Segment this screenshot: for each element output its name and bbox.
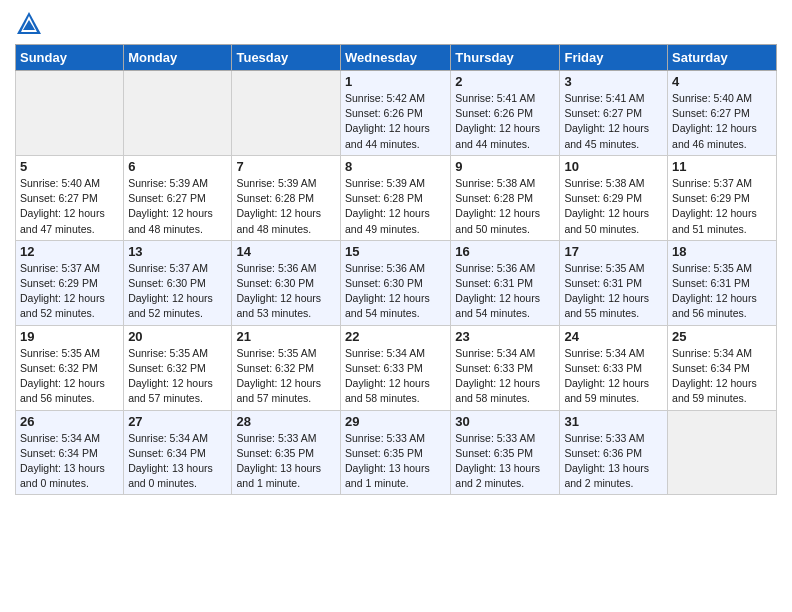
day-number: 25 [672,329,772,344]
sunrise-label: Sunrise: 5:41 AM [564,92,644,104]
day-info: Sunrise: 5:38 AMSunset: 6:28 PMDaylight:… [455,176,555,237]
sunrise-label: Sunrise: 5:35 AM [672,262,752,274]
day-number: 14 [236,244,336,259]
day-cell: 17Sunrise: 5:35 AMSunset: 6:31 PMDayligh… [560,240,668,325]
sunset-label: Sunset: 6:31 PM [455,277,533,289]
sunrise-label: Sunrise: 5:34 AM [345,347,425,359]
daylight-label: Daylight: 12 hours and 56 minutes. [672,292,757,319]
day-cell: 28Sunrise: 5:33 AMSunset: 6:35 PMDayligh… [232,410,341,495]
daylight-label: Daylight: 12 hours and 56 minutes. [20,377,105,404]
week-row-4: 19Sunrise: 5:35 AMSunset: 6:32 PMDayligh… [16,325,777,410]
day-number: 29 [345,414,446,429]
day-number: 16 [455,244,555,259]
day-number: 13 [128,244,227,259]
day-info: Sunrise: 5:37 AMSunset: 6:30 PMDaylight:… [128,261,227,322]
weekday-saturday: Saturday [668,45,777,71]
day-cell: 22Sunrise: 5:34 AMSunset: 6:33 PMDayligh… [341,325,451,410]
weekday-thursday: Thursday [451,45,560,71]
day-info: Sunrise: 5:41 AMSunset: 6:26 PMDaylight:… [455,91,555,152]
calendar-table: SundayMondayTuesdayWednesdayThursdayFrid… [15,44,777,495]
weekday-friday: Friday [560,45,668,71]
sunrise-label: Sunrise: 5:40 AM [672,92,752,104]
sunrise-label: Sunrise: 5:34 AM [672,347,752,359]
day-cell: 2Sunrise: 5:41 AMSunset: 6:26 PMDaylight… [451,71,560,156]
daylight-label: Daylight: 12 hours and 59 minutes. [564,377,649,404]
day-number: 17 [564,244,663,259]
day-info: Sunrise: 5:34 AMSunset: 6:34 PMDaylight:… [20,431,119,492]
day-number: 19 [20,329,119,344]
week-row-2: 5Sunrise: 5:40 AMSunset: 6:27 PMDaylight… [16,155,777,240]
sunset-label: Sunset: 6:31 PM [672,277,750,289]
sunset-label: Sunset: 6:29 PM [564,192,642,204]
day-number: 30 [455,414,555,429]
sunset-label: Sunset: 6:26 PM [345,107,423,119]
sunset-label: Sunset: 6:30 PM [128,277,206,289]
day-cell: 15Sunrise: 5:36 AMSunset: 6:30 PMDayligh… [341,240,451,325]
sunrise-label: Sunrise: 5:39 AM [236,177,316,189]
daylight-label: Daylight: 12 hours and 58 minutes. [455,377,540,404]
sunset-label: Sunset: 6:26 PM [455,107,533,119]
weekday-header-row: SundayMondayTuesdayWednesdayThursdayFrid… [16,45,777,71]
day-cell: 12Sunrise: 5:37 AMSunset: 6:29 PMDayligh… [16,240,124,325]
day-number: 3 [564,74,663,89]
sunset-label: Sunset: 6:34 PM [128,447,206,459]
day-info: Sunrise: 5:34 AMSunset: 6:33 PMDaylight:… [564,346,663,407]
day-info: Sunrise: 5:34 AMSunset: 6:33 PMDaylight:… [455,346,555,407]
sunset-label: Sunset: 6:31 PM [564,277,642,289]
sunrise-label: Sunrise: 5:33 AM [564,432,644,444]
day-cell: 11Sunrise: 5:37 AMSunset: 6:29 PMDayligh… [668,155,777,240]
sunrise-label: Sunrise: 5:35 AM [20,347,100,359]
daylight-label: Daylight: 13 hours and 1 minute. [236,462,321,489]
sunset-label: Sunset: 6:29 PM [672,192,750,204]
day-cell: 7Sunrise: 5:39 AMSunset: 6:28 PMDaylight… [232,155,341,240]
sunrise-label: Sunrise: 5:33 AM [236,432,316,444]
day-info: Sunrise: 5:34 AMSunset: 6:33 PMDaylight:… [345,346,446,407]
daylight-label: Daylight: 12 hours and 48 minutes. [236,207,321,234]
day-cell [668,410,777,495]
day-cell: 10Sunrise: 5:38 AMSunset: 6:29 PMDayligh… [560,155,668,240]
day-cell: 9Sunrise: 5:38 AMSunset: 6:28 PMDaylight… [451,155,560,240]
sunrise-label: Sunrise: 5:34 AM [455,347,535,359]
day-cell: 4Sunrise: 5:40 AMSunset: 6:27 PMDaylight… [668,71,777,156]
sunset-label: Sunset: 6:28 PM [236,192,314,204]
sunset-label: Sunset: 6:30 PM [236,277,314,289]
day-number: 8 [345,159,446,174]
daylight-label: Daylight: 12 hours and 45 minutes. [564,122,649,149]
day-cell [16,71,124,156]
header [15,10,777,38]
day-cell [232,71,341,156]
sunrise-label: Sunrise: 5:38 AM [455,177,535,189]
day-cell: 21Sunrise: 5:35 AMSunset: 6:32 PMDayligh… [232,325,341,410]
daylight-label: Daylight: 12 hours and 57 minutes. [236,377,321,404]
day-number: 27 [128,414,227,429]
daylight-label: Daylight: 12 hours and 58 minutes. [345,377,430,404]
day-number: 6 [128,159,227,174]
day-cell: 18Sunrise: 5:35 AMSunset: 6:31 PMDayligh… [668,240,777,325]
weekday-wednesday: Wednesday [341,45,451,71]
daylight-label: Daylight: 12 hours and 52 minutes. [128,292,213,319]
sunset-label: Sunset: 6:33 PM [455,362,533,374]
day-number: 2 [455,74,555,89]
day-info: Sunrise: 5:42 AMSunset: 6:26 PMDaylight:… [345,91,446,152]
daylight-label: Daylight: 12 hours and 44 minutes. [455,122,540,149]
sunset-label: Sunset: 6:28 PM [455,192,533,204]
daylight-label: Daylight: 13 hours and 1 minute. [345,462,430,489]
day-cell: 14Sunrise: 5:36 AMSunset: 6:30 PMDayligh… [232,240,341,325]
sunset-label: Sunset: 6:34 PM [20,447,98,459]
day-cell: 16Sunrise: 5:36 AMSunset: 6:31 PMDayligh… [451,240,560,325]
day-cell: 3Sunrise: 5:41 AMSunset: 6:27 PMDaylight… [560,71,668,156]
day-info: Sunrise: 5:33 AMSunset: 6:35 PMDaylight:… [455,431,555,492]
daylight-label: Daylight: 12 hours and 50 minutes. [455,207,540,234]
daylight-label: Daylight: 12 hours and 50 minutes. [564,207,649,234]
day-info: Sunrise: 5:35 AMSunset: 6:32 PMDaylight:… [128,346,227,407]
daylight-label: Daylight: 12 hours and 53 minutes. [236,292,321,319]
sunrise-label: Sunrise: 5:34 AM [564,347,644,359]
sunset-label: Sunset: 6:35 PM [455,447,533,459]
day-cell [124,71,232,156]
sunset-label: Sunset: 6:32 PM [20,362,98,374]
day-cell: 20Sunrise: 5:35 AMSunset: 6:32 PMDayligh… [124,325,232,410]
day-info: Sunrise: 5:41 AMSunset: 6:27 PMDaylight:… [564,91,663,152]
weekday-monday: Monday [124,45,232,71]
sunset-label: Sunset: 6:28 PM [345,192,423,204]
sunrise-label: Sunrise: 5:34 AM [20,432,100,444]
